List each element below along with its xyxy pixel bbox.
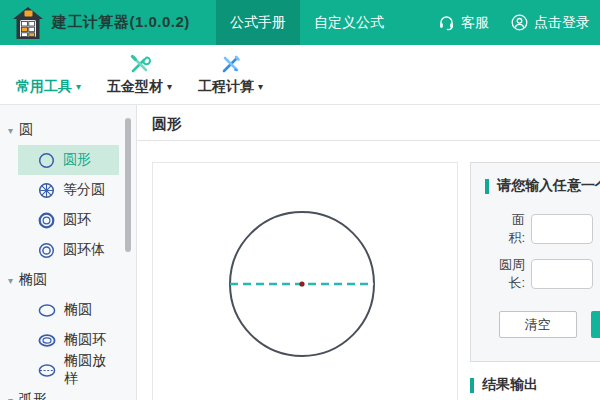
page-title: 圆形 <box>152 115 182 134</box>
result-output-title: 结果输出 <box>482 376 538 394</box>
tree-item-ellipse-lofting[interactable]: 椭圆放样 <box>18 355 119 385</box>
ring-icon <box>38 212 55 229</box>
io-column: 请您输入任意一个数值 面 积: 圆周 长: 清空 <box>470 162 600 400</box>
ellipse-ring-icon <box>38 332 56 349</box>
divided-circle-icon <box>38 182 55 199</box>
header-menu: 公式手册 自定义公式 <box>216 0 398 45</box>
toolbar-common-tools[interactable]: 常用工具▾ <box>16 53 81 96</box>
circle-icon <box>38 152 55 169</box>
area-label: 面 积: <box>485 211 525 246</box>
accent-bar <box>485 179 489 194</box>
tree-item-ellipse[interactable]: 椭圆 <box>18 295 119 325</box>
toolbar-engineering-calc[interactable]: 工程计算▾ <box>198 53 263 96</box>
chevron-down-icon: ▾ <box>167 82 172 92</box>
center-point <box>299 281 304 286</box>
ellipse-icon <box>38 302 56 319</box>
login-label: 点击登录 <box>534 14 590 32</box>
torus-icon <box>38 242 55 259</box>
input-prompt-title: 请您输入任意一个数值 <box>497 177 600 195</box>
pencil-ruler-icon <box>220 53 242 75</box>
chevron-down-icon: ▾ <box>258 82 263 92</box>
brand: 建工计算器(1.0.0.2) <box>0 0 202 45</box>
circle-diagram <box>153 163 459 400</box>
chevron-down-icon: ▾ <box>8 275 13 286</box>
tree-item-divided-circle[interactable]: 等分圆 <box>18 175 119 205</box>
chevron-down-icon: ▾ <box>8 395 13 400</box>
app-header: 建工计算器(1.0.0.2) 公式手册 自定义公式 客服 <box>0 0 600 45</box>
tree-item-ellipse-ring[interactable]: 椭圆环 <box>18 325 119 355</box>
accent-bar <box>470 378 474 393</box>
main-toolbar: 常用工具▾ 五金型材▾ 工程计算 <box>0 45 600 105</box>
user-icon <box>511 14 528 31</box>
sidebar-scrollbar-thumb[interactable] <box>125 118 131 252</box>
circumference-label: 圆周 长: <box>485 256 525 291</box>
shape-tree: ▾ 圆 圆形 等分圆 <box>0 105 136 400</box>
tree-group-circle[interactable]: ▾ 圆 <box>0 115 136 145</box>
menu-item-custom-formula[interactable]: 自定义公式 <box>300 0 398 45</box>
headset-icon <box>438 14 455 31</box>
customer-service-label: 客服 <box>461 14 489 32</box>
login-button[interactable]: 点击登录 <box>511 14 590 32</box>
main-area: 圆形 请您输入任意一个数值 <box>137 105 600 400</box>
area-input[interactable] <box>531 214 593 244</box>
toolbar-hardware-profiles[interactable]: 五金型材▾ <box>107 53 172 96</box>
tree-group-ellipse[interactable]: ▾ 椭圆 <box>0 265 136 295</box>
customer-service-button[interactable]: 客服 <box>438 14 489 32</box>
input-panel: 请您输入任意一个数值 面 积: 圆周 长: 清空 <box>470 162 600 362</box>
circumference-input[interactable] <box>531 259 593 289</box>
calculate-button[interactable] <box>591 311 600 338</box>
header-right: 客服 点击登录 <box>416 0 600 45</box>
shape-canvas <box>152 162 458 400</box>
app-logo-icon <box>12 6 44 40</box>
tree-item-torus[interactable]: 圆环体 <box>18 235 119 265</box>
result-output-header: 结果输出 <box>470 376 600 394</box>
chevron-down-icon: ▾ <box>76 82 81 92</box>
tree-item-ring[interactable]: 圆环 <box>18 205 119 235</box>
sidebar: ▾ 圆 圆形 等分圆 <box>0 105 137 400</box>
grid-icon <box>46 53 52 75</box>
app-window: 建工计算器(1.0.0.2) 公式手册 自定义公式 客服 <box>0 0 600 400</box>
ellipse-dashed-icon <box>38 362 56 379</box>
clear-button[interactable]: 清空 <box>499 311 577 338</box>
circumference-field-row: 圆周 长: <box>485 256 600 291</box>
chevron-down-icon: ▾ <box>8 125 13 136</box>
area-field-row: 面 积: <box>485 211 600 246</box>
menu-item-formula-manual[interactable]: 公式手册 <box>216 0 300 45</box>
tree-item-circle[interactable]: 圆形 <box>18 145 119 175</box>
wrench-screwdriver-icon <box>129 53 151 75</box>
app-title: 建工计算器(1.0.0.2) <box>52 13 190 32</box>
